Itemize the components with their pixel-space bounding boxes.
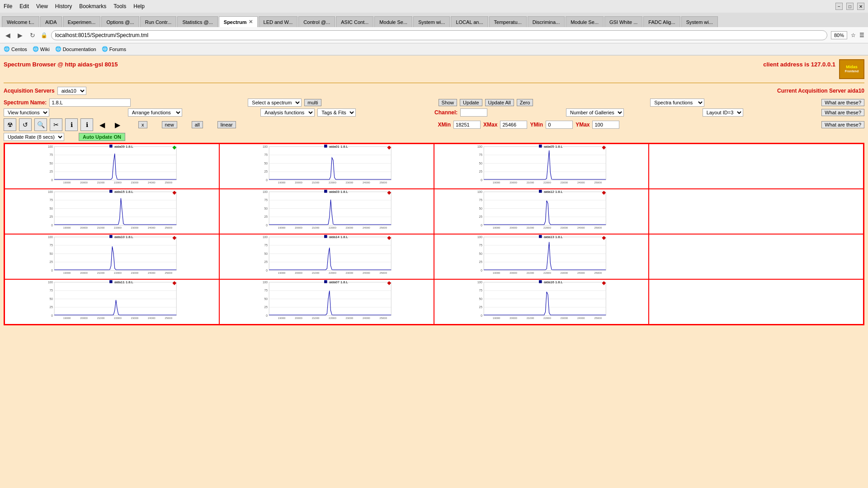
gallery-cell[interactable]: 0255075100190002000021000220002300024000…: [5, 279, 219, 324]
x-button[interactable]: x: [138, 121, 147, 128]
tab-local[interactable]: LOCAL an...: [451, 16, 488, 27]
select-spectrum-dropdown[interactable]: Select a spectrum: [248, 99, 302, 107]
gallery-cell[interactable]: 0255075100190002000021000220002300024000…: [219, 279, 434, 324]
tab-aida[interactable]: AIDA: [40, 16, 62, 27]
channel-input[interactable]: [460, 108, 487, 117]
bookmark-documentation[interactable]: 🌐 Documentation: [55, 46, 96, 52]
menu-file[interactable]: File: [4, 3, 12, 9]
url-bar[interactable]: [51, 30, 827, 40]
what-are-these-1-button[interactable]: What are these?: [821, 99, 864, 106]
xmax-input[interactable]: [500, 121, 527, 129]
tab-close-icon[interactable]: ✕: [249, 19, 253, 25]
gallery-cell[interactable]: 0255075100190002000021000220002300024000…: [434, 234, 649, 279]
view-functions-dropdown[interactable]: View functions: [4, 108, 49, 117]
ymin-input[interactable]: [546, 121, 573, 129]
tab-module1[interactable]: Module Se...: [374, 16, 412, 27]
gallery-cell[interactable]: 0255075100190002000021000220002300024000…: [434, 189, 649, 234]
tab-statistics[interactable]: Statistics @...: [177, 16, 217, 27]
arrow-right-icon-btn[interactable]: ▶: [111, 118, 124, 131]
tab-experiment[interactable]: Experimen...: [63, 16, 101, 27]
info2-icon-btn[interactable]: ℹ: [80, 118, 93, 131]
zero-button[interactable]: Zero: [517, 99, 533, 106]
bookmark-wiki[interactable]: 🌐 Wiki: [33, 46, 50, 52]
menu-icon[interactable]: ☰: [859, 32, 864, 38]
tab-discrim[interactable]: Discrimina...: [528, 16, 565, 27]
bookmark-forums-label[interactable]: Forums: [109, 47, 126, 52]
radiation-icon-btn[interactable]: ☢: [4, 118, 16, 131]
gallery-cell[interactable]: [649, 279, 863, 324]
refresh-icon-btn[interactable]: ↺: [19, 118, 32, 131]
menu-bookmarks[interactable]: Bookmarks: [79, 3, 106, 9]
minimize-button[interactable]: −: [835, 3, 843, 10]
arrange-functions-dropdown[interactable]: Arrange functions: [128, 108, 182, 117]
info-icon-btn[interactable]: ℹ: [65, 118, 78, 131]
layout-id-dropdown[interactable]: Layout ID=3: [703, 108, 743, 117]
tab-temp[interactable]: Temperatu...: [489, 16, 527, 27]
svg-text:22000: 22000: [329, 272, 336, 274]
auto-update-button[interactable]: Auto Update ON: [79, 133, 125, 141]
tab-control[interactable]: Control @...: [298, 16, 335, 27]
linear-button[interactable]: linear: [217, 121, 236, 128]
ymax-input[interactable]: [592, 121, 619, 129]
tab-module2[interactable]: Module Se...: [566, 16, 604, 27]
tab-system1[interactable]: System wi...: [413, 16, 450, 27]
tab-asic[interactable]: ASIC Cont...: [336, 16, 373, 27]
forward-button[interactable]: ▶: [16, 31, 24, 40]
spectra-functions-dropdown[interactable]: Spectra functions: [650, 99, 704, 107]
what-are-these-2-button[interactable]: What are these?: [821, 109, 864, 116]
number-of-galleries-dropdown[interactable]: Number of Galleries: [566, 108, 624, 117]
what-are-these-3-button[interactable]: What are these?: [821, 121, 864, 128]
gallery-cell[interactable]: [649, 144, 863, 189]
bookmark-star-icon[interactable]: ☆: [851, 32, 856, 38]
bookmark-forums[interactable]: 🌐 Forums: [102, 46, 126, 52]
show-button[interactable]: Show: [439, 99, 458, 106]
menu-edit[interactable]: Edit: [19, 3, 29, 9]
update-button[interactable]: Update: [460, 99, 482, 106]
svg-text:aida03 1.8.L: aida03 1.8.L: [329, 190, 348, 194]
update-all-button[interactable]: Update All: [485, 99, 514, 106]
analysis-functions-dropdown[interactable]: Analysis functions: [260, 108, 315, 117]
arrow-left-icon-btn[interactable]: ◀: [96, 118, 108, 131]
bookmark-wiki-label[interactable]: Wiki: [40, 47, 50, 52]
gallery-cell[interactable]: 0255075100190002000021000220002300024000…: [219, 189, 434, 234]
bookmark-centos-label[interactable]: Centos: [11, 47, 27, 52]
gallery-cell[interactable]: 0255075100190002000021000220002300024000…: [5, 189, 219, 234]
maximize-button[interactable]: □: [846, 3, 854, 10]
multi-button[interactable]: multi: [304, 99, 321, 106]
tab-gsi[interactable]: GSI White ...: [604, 16, 642, 27]
menu-view[interactable]: View: [36, 3, 48, 9]
menu-help[interactable]: Help: [133, 3, 145, 9]
all-button[interactable]: all: [192, 121, 203, 128]
cut-icon-btn[interactable]: ✂: [50, 118, 62, 131]
update-rate-dropdown[interactable]: Update Rate (8 secs): [4, 133, 64, 141]
new-button[interactable]: new: [162, 121, 177, 128]
tab-spectrum[interactable]: Spectrum ✕: [219, 16, 258, 27]
gallery-cell[interactable]: 0255075100190002000021000220002300024000…: [5, 234, 219, 279]
tab-led[interactable]: LED and W...: [259, 16, 298, 27]
tab-welcome[interactable]: Welcome t...: [2, 16, 39, 27]
spectrum-name-input[interactable]: [49, 99, 131, 107]
tab-options[interactable]: Options @...: [101, 16, 139, 27]
gallery-cell[interactable]: 0255075100190002000021000220002300024000…: [434, 279, 649, 324]
gallery-cell[interactable]: [649, 234, 863, 279]
menu-history[interactable]: History: [55, 3, 72, 9]
gallery-cell[interactable]: 0255075100190002000021000220002300024000…: [5, 144, 219, 189]
bookmark-docs-label[interactable]: Documentation: [63, 47, 96, 52]
back-button[interactable]: ◀: [4, 31, 12, 40]
tags-fits-dropdown[interactable]: Tags & Fits: [317, 108, 356, 117]
reload-button[interactable]: ↻: [28, 31, 37, 40]
search-icon-btn[interactable]: 🔍: [34, 118, 47, 131]
menu-tools[interactable]: Tools: [113, 3, 126, 9]
acq-server-select[interactable]: aida10: [57, 87, 86, 95]
gallery-cell[interactable]: [649, 189, 863, 234]
xmin-input[interactable]: [453, 121, 481, 129]
tab-fadc[interactable]: FADC Alig...: [643, 16, 680, 27]
gallery-cell[interactable]: 0255075100190002000021000220002300024000…: [219, 234, 434, 279]
tab-system2[interactable]: System wi...: [681, 16, 718, 27]
bookmark-centos[interactable]: 🌐 Centos: [4, 46, 27, 52]
gallery-cell[interactable]: 0255075100190002000021000220002300024000…: [219, 144, 434, 189]
close-button[interactable]: ✕: [857, 3, 864, 10]
gallery-cell[interactable]: 0255075100190002000021000220002300024000…: [434, 144, 649, 189]
tab-run-control[interactable]: Run Contr...: [140, 16, 177, 27]
svg-text:75: 75: [50, 289, 53, 292]
